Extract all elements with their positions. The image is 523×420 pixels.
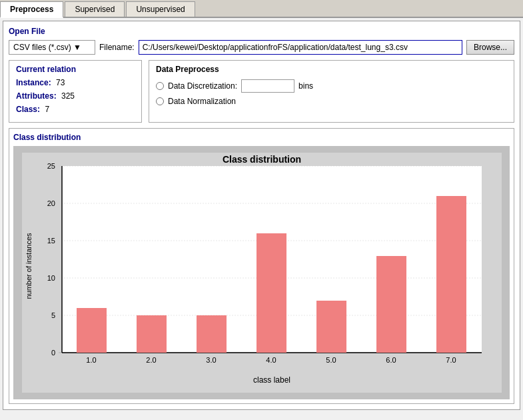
bins-input[interactable] [241,79,294,93]
attributes-label: Attributes: [16,91,57,101]
instance-value: 73 [56,78,65,87]
bins-label: bins [298,81,313,91]
tab-bar: Preprocess Supervised Unsupervised [0,0,523,18]
normalization-label: Data Normalization [168,97,236,106]
instance-row: Instance: 73 [16,78,135,87]
svg-text:3.0: 3.0 [206,356,216,364]
discretization-radio[interactable] [156,82,164,90]
dropdown-arrow-icon: ▼ [73,43,81,52]
open-file-title: Open File [9,27,514,36]
discretization-label: Data Discretization: [168,81,237,91]
bar-2 [137,315,167,353]
svg-text:5.0: 5.0 [326,356,336,364]
file-type-select[interactable]: CSV files (*.csv) ▼ [9,40,95,55]
svg-text:7.0: 7.0 [446,356,456,364]
svg-text:0: 0 [51,349,55,357]
bar-5 [316,301,346,353]
chart-svg: Class distribution 0 5 10 15 [22,153,502,393]
svg-text:2.0: 2.0 [146,356,156,364]
browse-button[interactable]: Browse... [466,40,514,55]
preprocess-title: Data Preprocess [156,65,507,74]
svg-text:class label: class label [253,375,290,385]
chart-container: Class distribution 0 5 10 15 [13,146,510,399]
data-preprocess-box: Data Preprocess Data Discretization: bin… [149,60,514,123]
instance-label: Instance: [16,78,51,87]
class-label: Class: [16,105,40,114]
svg-text:4.0: 4.0 [266,356,276,364]
class-distribution-section: Class distribution Class distribution [9,128,514,404]
main-content: Open File CSV files (*.csv) ▼ Filename: … [3,21,520,410]
filename-label: Filename: [99,43,135,52]
svg-text:1.0: 1.0 [86,356,96,364]
two-col-section: Current relation Instance: 73 Attributes… [9,60,514,123]
current-relation-title: Current relation [16,65,135,74]
filename-input[interactable] [139,40,462,55]
svg-text:6.0: 6.0 [386,356,396,364]
bar-6 [376,256,406,353]
bar-4 [257,233,286,353]
svg-text:20: 20 [47,199,55,207]
class-value: 7 [45,105,49,114]
svg-text:10: 10 [47,274,55,282]
svg-text:number of instances: number of instances [25,233,33,299]
discretization-row: Data Discretization: bins [156,79,507,93]
attributes-value: 325 [61,91,75,101]
attributes-row: Attributes: 325 [16,91,135,101]
svg-text:15: 15 [47,237,55,245]
class-distribution-title: Class distribution [13,133,510,142]
tab-preprocess[interactable]: Preprocess [0,1,63,18]
current-relation-box: Current relation Instance: 73 Attributes… [9,60,142,123]
svg-text:Class distribution: Class distribution [222,154,300,165]
chart-area: Class distribution 0 5 10 15 [22,153,502,393]
bar-7 [436,196,466,353]
tab-unsupervised[interactable]: Unsupervised [126,1,195,17]
svg-text:25: 25 [47,162,55,170]
tab-supervised[interactable]: Supervised [65,1,125,17]
normalization-radio[interactable] [156,97,164,105]
bar-3 [197,315,227,353]
class-row: Class: 7 [16,105,135,114]
bar-1 [77,308,107,353]
svg-text:5: 5 [51,311,55,319]
open-file-row: CSV files (*.csv) ▼ Filename: Browse... [9,40,514,55]
normalization-row: Data Normalization [156,97,507,106]
